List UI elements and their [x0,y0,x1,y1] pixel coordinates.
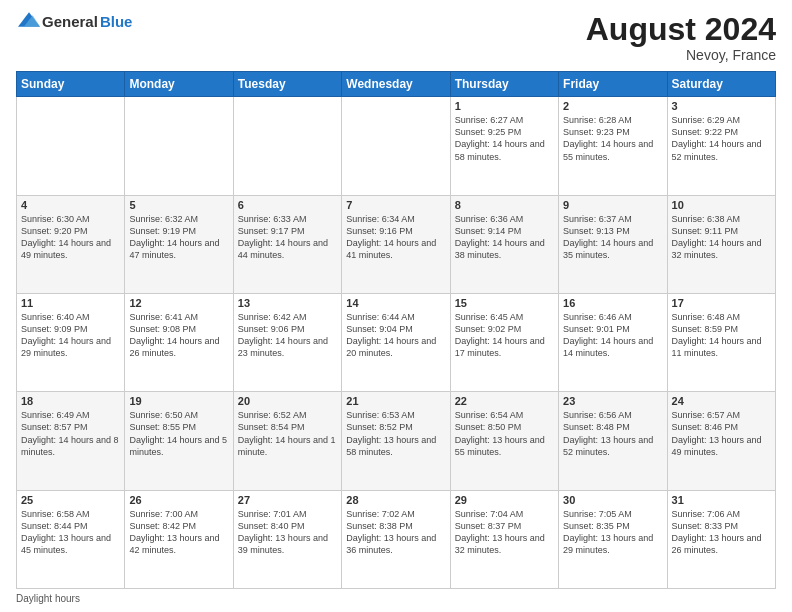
day-cell: 5Sunrise: 6:32 AM Sunset: 9:19 PM Daylig… [125,195,233,293]
day-info: Sunrise: 6:28 AM Sunset: 9:23 PM Dayligh… [563,115,653,161]
day-cell: 21Sunrise: 6:53 AM Sunset: 8:52 PM Dayli… [342,392,450,490]
daylight-label: Daylight hours [16,593,80,604]
logo-general: General [42,13,98,30]
day-info: Sunrise: 6:44 AM Sunset: 9:04 PM Dayligh… [346,312,436,358]
day-number: 12 [129,297,228,309]
day-number: 8 [455,199,554,211]
day-cell: 4Sunrise: 6:30 AM Sunset: 9:20 PM Daylig… [17,195,125,293]
day-cell [233,97,341,195]
day-info: Sunrise: 7:05 AM Sunset: 8:35 PM Dayligh… [563,509,653,555]
day-header-wednesday: Wednesday [342,72,450,97]
logo-icon [18,12,40,30]
title-block: August 2024 Nevoy, France [586,12,776,63]
day-cell: 31Sunrise: 7:06 AM Sunset: 8:33 PM Dayli… [667,490,775,588]
day-number: 19 [129,395,228,407]
day-cell: 30Sunrise: 7:05 AM Sunset: 8:35 PM Dayli… [559,490,667,588]
day-info: Sunrise: 6:49 AM Sunset: 8:57 PM Dayligh… [21,410,119,456]
week-row-3: 11Sunrise: 6:40 AM Sunset: 9:09 PM Dayli… [17,293,776,391]
day-info: Sunrise: 7:00 AM Sunset: 8:42 PM Dayligh… [129,509,219,555]
day-info: Sunrise: 6:48 AM Sunset: 8:59 PM Dayligh… [672,312,762,358]
day-cell: 22Sunrise: 6:54 AM Sunset: 8:50 PM Dayli… [450,392,558,490]
day-cell: 24Sunrise: 6:57 AM Sunset: 8:46 PM Dayli… [667,392,775,490]
day-info: Sunrise: 6:50 AM Sunset: 8:55 PM Dayligh… [129,410,227,456]
day-info: Sunrise: 6:58 AM Sunset: 8:44 PM Dayligh… [21,509,111,555]
day-cell: 15Sunrise: 6:45 AM Sunset: 9:02 PM Dayli… [450,293,558,391]
day-cell: 16Sunrise: 6:46 AM Sunset: 9:01 PM Dayli… [559,293,667,391]
day-cell: 13Sunrise: 6:42 AM Sunset: 9:06 PM Dayli… [233,293,341,391]
day-cell: 1Sunrise: 6:27 AM Sunset: 9:25 PM Daylig… [450,97,558,195]
day-info: Sunrise: 7:01 AM Sunset: 8:40 PM Dayligh… [238,509,328,555]
week-row-2: 4Sunrise: 6:30 AM Sunset: 9:20 PM Daylig… [17,195,776,293]
day-number: 1 [455,100,554,112]
day-number: 25 [21,494,120,506]
day-number: 10 [672,199,771,211]
day-header-monday: Monday [125,72,233,97]
day-number: 3 [672,100,771,112]
day-header-friday: Friday [559,72,667,97]
day-info: Sunrise: 6:46 AM Sunset: 9:01 PM Dayligh… [563,312,653,358]
day-cell: 25Sunrise: 6:58 AM Sunset: 8:44 PM Dayli… [17,490,125,588]
day-cell [17,97,125,195]
day-info: Sunrise: 6:34 AM Sunset: 9:16 PM Dayligh… [346,214,436,260]
month-year: August 2024 [586,12,776,47]
day-info: Sunrise: 6:45 AM Sunset: 9:02 PM Dayligh… [455,312,545,358]
day-cell: 28Sunrise: 7:02 AM Sunset: 8:38 PM Dayli… [342,490,450,588]
day-info: Sunrise: 6:36 AM Sunset: 9:14 PM Dayligh… [455,214,545,260]
day-info: Sunrise: 7:06 AM Sunset: 8:33 PM Dayligh… [672,509,762,555]
day-cell: 29Sunrise: 7:04 AM Sunset: 8:37 PM Dayli… [450,490,558,588]
day-info: Sunrise: 6:33 AM Sunset: 9:17 PM Dayligh… [238,214,328,260]
day-info: Sunrise: 6:53 AM Sunset: 8:52 PM Dayligh… [346,410,436,456]
day-cell: 18Sunrise: 6:49 AM Sunset: 8:57 PM Dayli… [17,392,125,490]
day-number: 15 [455,297,554,309]
day-number: 5 [129,199,228,211]
day-info: Sunrise: 6:40 AM Sunset: 9:09 PM Dayligh… [21,312,111,358]
day-cell: 6Sunrise: 6:33 AM Sunset: 9:17 PM Daylig… [233,195,341,293]
day-number: 6 [238,199,337,211]
day-number: 17 [672,297,771,309]
day-info: Sunrise: 7:04 AM Sunset: 8:37 PM Dayligh… [455,509,545,555]
week-row-5: 25Sunrise: 6:58 AM Sunset: 8:44 PM Dayli… [17,490,776,588]
day-number: 16 [563,297,662,309]
header: GeneralBlue August 2024 Nevoy, France [16,12,776,63]
day-cell: 7Sunrise: 6:34 AM Sunset: 9:16 PM Daylig… [342,195,450,293]
week-row-1: 1Sunrise: 6:27 AM Sunset: 9:25 PM Daylig… [17,97,776,195]
day-cell: 14Sunrise: 6:44 AM Sunset: 9:04 PM Dayli… [342,293,450,391]
day-info: Sunrise: 6:42 AM Sunset: 9:06 PM Dayligh… [238,312,328,358]
day-info: Sunrise: 6:30 AM Sunset: 9:20 PM Dayligh… [21,214,111,260]
day-number: 13 [238,297,337,309]
day-info: Sunrise: 6:57 AM Sunset: 8:46 PM Dayligh… [672,410,762,456]
day-info: Sunrise: 6:27 AM Sunset: 9:25 PM Dayligh… [455,115,545,161]
day-number: 21 [346,395,445,407]
day-cell: 9Sunrise: 6:37 AM Sunset: 9:13 PM Daylig… [559,195,667,293]
location: Nevoy, France [586,47,776,63]
day-cell: 10Sunrise: 6:38 AM Sunset: 9:11 PM Dayli… [667,195,775,293]
day-info: Sunrise: 6:56 AM Sunset: 8:48 PM Dayligh… [563,410,653,456]
day-cell: 8Sunrise: 6:36 AM Sunset: 9:14 PM Daylig… [450,195,558,293]
day-cell: 12Sunrise: 6:41 AM Sunset: 9:08 PM Dayli… [125,293,233,391]
day-cell: 27Sunrise: 7:01 AM Sunset: 8:40 PM Dayli… [233,490,341,588]
day-number: 7 [346,199,445,211]
day-info: Sunrise: 6:38 AM Sunset: 9:11 PM Dayligh… [672,214,762,260]
day-header-tuesday: Tuesday [233,72,341,97]
day-number: 14 [346,297,445,309]
calendar-table: SundayMondayTuesdayWednesdayThursdayFrid… [16,71,776,589]
logo: GeneralBlue [16,12,132,30]
day-cell [342,97,450,195]
day-number: 22 [455,395,554,407]
day-header-saturday: Saturday [667,72,775,97]
day-number: 4 [21,199,120,211]
day-cell: 17Sunrise: 6:48 AM Sunset: 8:59 PM Dayli… [667,293,775,391]
day-cell: 19Sunrise: 6:50 AM Sunset: 8:55 PM Dayli… [125,392,233,490]
day-header-sunday: Sunday [17,72,125,97]
day-number: 24 [672,395,771,407]
day-info: Sunrise: 6:29 AM Sunset: 9:22 PM Dayligh… [672,115,762,161]
day-info: Sunrise: 7:02 AM Sunset: 8:38 PM Dayligh… [346,509,436,555]
footer: Daylight hours [16,593,776,604]
day-number: 20 [238,395,337,407]
day-number: 18 [21,395,120,407]
day-number: 11 [21,297,120,309]
logo-blue: Blue [100,13,133,30]
day-cell: 26Sunrise: 7:00 AM Sunset: 8:42 PM Dayli… [125,490,233,588]
day-info: Sunrise: 6:41 AM Sunset: 9:08 PM Dayligh… [129,312,219,358]
day-header-thursday: Thursday [450,72,558,97]
